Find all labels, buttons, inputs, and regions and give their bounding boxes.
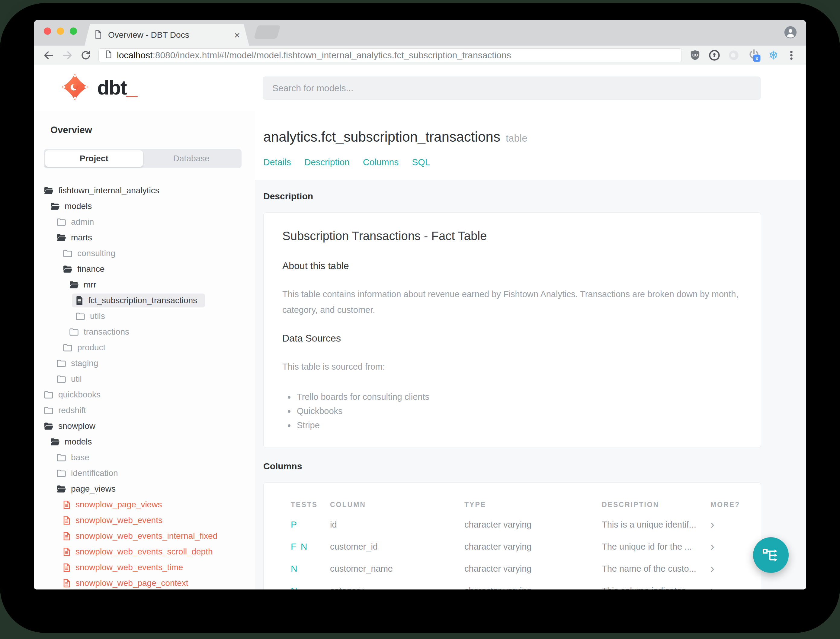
tree-item-snowplow_page_views[interactable]: snowplow_page_views [59, 498, 170, 512]
column-row-category[interactable]: Ncategorycharacter varyingThis column in… [291, 580, 734, 590]
url-path: :8080/index.html#!/model/model.fishtown_… [152, 50, 511, 60]
forward-icon[interactable] [62, 49, 73, 61]
page-title: analytics.fct_subscription_transactions … [263, 129, 806, 145]
description-card: Subscription Transactions - Fact Table A… [263, 212, 761, 448]
column-row-id[interactable]: Pidcharacter varyingThis is a unique ide… [291, 514, 734, 536]
minimize-window-button[interactable] [57, 27, 64, 35]
tree-item-util[interactable]: util [53, 372, 90, 386]
row-expand-icon[interactable]: › [710, 563, 734, 574]
tree-item-label: admin [71, 217, 94, 227]
tab-close-icon[interactable]: × [234, 30, 240, 40]
folder-icon [44, 407, 54, 415]
column-type: character varying [464, 542, 602, 552]
row-expand-icon[interactable]: › [710, 585, 734, 590]
close-window-button[interactable] [44, 27, 51, 35]
tree-item-label: snowplow_web_events_time [76, 563, 183, 572]
tree-item-transactions[interactable]: transactions [65, 325, 137, 339]
disabled-extension-icon[interactable] [728, 49, 740, 61]
folder-open-icon [56, 485, 66, 493]
column-description: The name of the custo... [602, 564, 710, 574]
zoom-window-button[interactable] [70, 27, 77, 35]
back-icon[interactable] [43, 49, 54, 61]
column-row-customer_name[interactable]: Ncustomer_namecharacter varyingThe name … [291, 558, 734, 580]
dbt-logo[interactable]: dbt_ [60, 73, 137, 103]
tree-item-label: product [77, 343, 105, 353]
tree-item-label: snowplow_web_events [76, 515, 162, 525]
column-description: The unique id for the ... [602, 542, 710, 552]
nav-link-sql[interactable]: SQL [412, 157, 430, 167]
new-tab-button[interactable] [254, 25, 281, 39]
toggle-tab-project[interactable]: Project [45, 150, 143, 167]
tree-item-models[interactable]: models [46, 435, 100, 449]
tab-strip: Overview - DBT Docs × [34, 20, 806, 46]
browser-toolbar: localhost:8080/index.html#!/model/model.… [34, 46, 806, 65]
url-host: localhost [117, 50, 152, 60]
file-tree: fishtown_internal_analyticsmodelsadminma… [44, 183, 255, 590]
tree-item-snowplow_web_events[interactable]: snowplow_web_events [59, 513, 170, 527]
folder-icon [76, 312, 85, 320]
tree-item-page_views[interactable]: page_views [53, 482, 124, 496]
profile-avatar-icon[interactable] [784, 25, 797, 40]
tree-item-utils[interactable]: utils [72, 309, 113, 323]
folder-icon [56, 454, 66, 462]
tree-item-label: marts [71, 233, 92, 243]
row-expand-icon[interactable]: › [710, 541, 734, 552]
tree-item-snowplow_web_events_internal_fixed[interactable]: snowplow_web_events_internal_fixed [59, 529, 225, 543]
nav-link-description[interactable]: Description [304, 157, 349, 167]
title-block: analytics.fct_subscription_transactions … [255, 111, 806, 180]
snowflake-extension-icon[interactable]: ❄ [768, 49, 778, 61]
tree-item-models[interactable]: models [46, 199, 100, 213]
column-name: id [330, 520, 464, 530]
folder-icon [63, 250, 73, 258]
tree-item-redshift[interactable]: redshift [40, 404, 94, 417]
doc-sections: Description Subscription Transactions - … [255, 180, 806, 590]
toggle-tab-database[interactable]: Database [143, 150, 240, 167]
reload-icon[interactable] [80, 50, 91, 61]
tree-item-label: redshift [58, 405, 86, 415]
folder-open-icon [50, 202, 60, 210]
tree-item-snowplow[interactable]: snowplow [40, 419, 103, 433]
tree-item-label: util [71, 374, 82, 384]
power-extension-icon[interactable]: x [747, 48, 761, 62]
sidebar: Overview ProjectDatabase fishtown_intern… [34, 111, 255, 590]
columns-card: TESTSCOLUMNTYPEDESCRIPTIONMORE? Pidchara… [263, 482, 761, 590]
row-expand-icon[interactable]: › [710, 519, 734, 530]
tree-item-snowplow_web_events_scroll_depth[interactable]: snowplow_web_events_scroll_depth [59, 545, 221, 559]
desktop-backdrop: Overview - DBT Docs × loca [0, 0, 840, 639]
browser-tab[interactable]: Overview - DBT Docs × [84, 24, 249, 46]
folder-open-icon [63, 265, 73, 273]
tree-item-consulting[interactable]: consulting [59, 246, 123, 260]
tree-item-mrr[interactable]: mrr [65, 278, 104, 292]
folder-open-icon [56, 234, 66, 242]
column-row-customer_id[interactable]: F Ncustomer_idcharacter varyingThe uniqu… [291, 536, 734, 558]
tree-item-fishtown_internal_analytics[interactable]: fishtown_internal_analytics [40, 184, 167, 197]
address-bar[interactable]: localhost:8080/index.html#!/model/model.… [98, 48, 682, 62]
folder-open-icon [44, 422, 54, 430]
nav-link-columns[interactable]: Columns [363, 157, 399, 167]
tree-item-admin[interactable]: admin [53, 215, 102, 229]
column-header-tests: TESTS [291, 501, 330, 509]
browser-menu-icon[interactable] [786, 49, 797, 61]
tree-item-base[interactable]: base [53, 451, 97, 464]
tree-item-fct_subscription_transactions[interactable]: fct_subscription_transactions [72, 294, 205, 307]
tree-item-quickbooks[interactable]: quickbooks [40, 388, 108, 402]
lineage-graph-button[interactable] [753, 537, 789, 573]
column-description: This column indicates ... [602, 586, 710, 590]
ublock-extension-icon[interactable]: uO [689, 49, 701, 61]
tree-item-product[interactable]: product [59, 341, 113, 354]
tree-item-finance[interactable]: finance [59, 262, 112, 276]
content-row: Overview ProjectDatabase fishtown_intern… [34, 111, 806, 590]
tree-item-identification[interactable]: identification [53, 466, 126, 480]
tests-badges: F N [291, 542, 330, 552]
tree-item-staging[interactable]: staging [53, 356, 106, 370]
lineage-icon [762, 546, 780, 564]
tree-item-snowplow_web_events_time[interactable]: snowplow_web_events_time [59, 561, 191, 574]
window-controls [44, 27, 77, 35]
tree-item-marts[interactable]: marts [53, 231, 100, 245]
tree-item-label: models [65, 437, 92, 447]
nav-link-details[interactable]: Details [263, 157, 291, 167]
tree-item-snowplow_web_page_context[interactable]: snowplow_web_page_context [59, 576, 196, 590]
search-input[interactable] [263, 76, 761, 100]
file-icon [76, 296, 83, 305]
onepassword-extension-icon[interactable] [708, 49, 721, 61]
